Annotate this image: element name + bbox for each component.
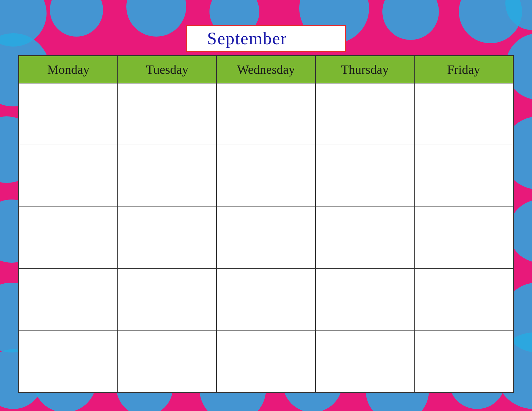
calendar-cell[interactable] (118, 207, 216, 269)
calendar-cell[interactable] (414, 330, 513, 392)
calendar-cell[interactable] (316, 330, 414, 392)
calendar-header-row: MondayTuesdayWednesdayThursdayFriday (19, 56, 513, 83)
calendar-cell[interactable] (118, 83, 216, 145)
calendar-row (19, 207, 513, 269)
calendar-cell[interactable] (216, 207, 315, 269)
calendar-cell[interactable] (19, 145, 118, 207)
calendar-cell[interactable] (118, 330, 216, 392)
calendar-cell[interactable] (414, 145, 513, 207)
month-title: September (207, 29, 287, 48)
calendar-cell[interactable] (216, 83, 315, 145)
title-container: September (18, 25, 514, 52)
header-cell-wednesday: Wednesday (216, 56, 315, 83)
calendar-cell[interactable] (118, 145, 216, 207)
header-cell-thursday: Thursday (316, 56, 414, 83)
calendar-cell[interactable] (216, 268, 315, 330)
calendar-row (19, 83, 513, 145)
header-cell-friday: Friday (414, 56, 513, 83)
calendar-cell[interactable] (414, 268, 513, 330)
calendar-cell[interactable] (316, 145, 414, 207)
header-cell-monday: Monday (19, 56, 118, 83)
calendar-body (19, 83, 513, 392)
calendar-cell[interactable] (19, 330, 118, 392)
calendar-wrapper: September MondayTuesdayWednesdayThursday… (18, 25, 514, 393)
calendar-cell[interactable] (316, 268, 414, 330)
calendar-row (19, 145, 513, 207)
calendar-cell[interactable] (414, 83, 513, 145)
calendar-row (19, 330, 513, 392)
calendar-cell[interactable] (19, 83, 118, 145)
calendar-cell[interactable] (216, 145, 315, 207)
calendar-cell[interactable] (19, 268, 118, 330)
header-cell-tuesday: Tuesday (118, 56, 216, 83)
calendar-grid: MondayTuesdayWednesdayThursdayFriday (18, 55, 514, 393)
calendar-cell[interactable] (118, 268, 216, 330)
title-box: September (186, 25, 346, 52)
calendar-cell[interactable] (414, 207, 513, 269)
calendar-cell[interactable] (216, 330, 315, 392)
calendar-cell[interactable] (316, 83, 414, 145)
calendar-cell[interactable] (19, 207, 118, 269)
calendar-row (19, 268, 513, 330)
calendar-cell[interactable] (316, 207, 414, 269)
